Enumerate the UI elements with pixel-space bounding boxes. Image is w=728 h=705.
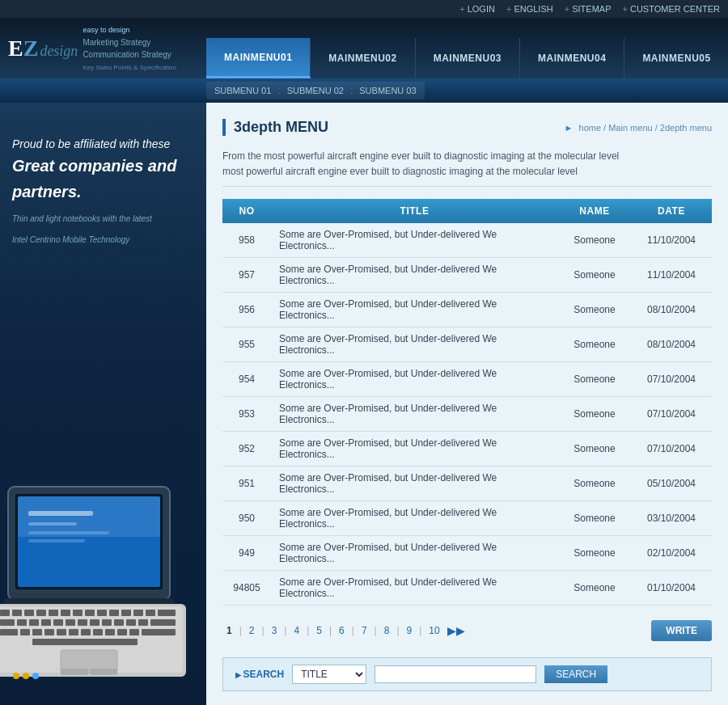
svg-rect-37 bbox=[150, 619, 176, 626]
svg-rect-43 bbox=[69, 629, 78, 635]
cell-date: 07/10/2004 bbox=[631, 397, 712, 432]
page-title: 3depth MENU bbox=[234, 119, 328, 136]
svg-point-54 bbox=[13, 673, 19, 679]
sidebar-line4: Intel Centrino Mobile Technology bbox=[12, 234, 194, 247]
cell-title: Some are Over-Promised, but Under-delive… bbox=[271, 223, 558, 258]
search-input[interactable] bbox=[375, 665, 536, 683]
page-header: 3depth MENU ► home / Main menu / 2depth … bbox=[222, 119, 712, 136]
page-desc2: most powerful aircraft engine ever built… bbox=[222, 164, 712, 179]
breadcrumb-arrow: ► bbox=[565, 123, 574, 133]
search-button[interactable]: SEARCH bbox=[544, 665, 607, 683]
logo-taglines: easy to design Marketing Strategy Commun… bbox=[83, 23, 176, 73]
table-row[interactable]: 950 Some are Over-Promised, but Under-de… bbox=[222, 501, 712, 536]
cell-date: 01/10/2004 bbox=[631, 571, 712, 606]
cell-name: Someone bbox=[558, 571, 631, 606]
cell-title: Some are Over-Promised, but Under-delive… bbox=[271, 432, 558, 466]
cell-title: Some are Over-Promised, but Under-delive… bbox=[271, 536, 558, 571]
svg-rect-3 bbox=[18, 496, 160, 537]
cell-date: 11/10/2004 bbox=[631, 223, 712, 258]
sidebar-line3: Thin and light notebooks with the latest bbox=[12, 213, 194, 226]
page-desc1: From the most powerful aircraft engine e… bbox=[222, 149, 712, 164]
page-number-6[interactable]: 6 bbox=[335, 623, 349, 638]
svg-rect-46 bbox=[105, 629, 115, 635]
search-bar: SEARCH TITLE NAME CONTENT SEARCH bbox=[222, 657, 712, 691]
sidebar-tagline: Proud to be affiliated with these Great … bbox=[0, 119, 206, 263]
customer-center-link[interactable]: CUSTOMER CENTER bbox=[622, 4, 720, 14]
table-row[interactable]: 952 Some are Over-Promised, but Under-de… bbox=[222, 432, 712, 466]
english-link[interactable]: ENGLISH bbox=[506, 4, 553, 14]
page-number-8[interactable]: 8 bbox=[380, 623, 394, 638]
write-button[interactable]: WRITE bbox=[651, 620, 712, 641]
svg-rect-7 bbox=[28, 539, 85, 542]
table-row[interactable]: 956 Some are Over-Promised, but Under-de… bbox=[222, 293, 712, 327]
table-row[interactable]: 951 Some are Over-Promised, but Under-de… bbox=[222, 466, 712, 501]
svg-rect-40 bbox=[32, 629, 42, 635]
svg-rect-22 bbox=[133, 610, 143, 616]
svg-rect-48 bbox=[129, 629, 139, 635]
sub-nav-03[interactable]: SUBMENU 03 bbox=[359, 86, 416, 95]
cell-date: 07/10/2004 bbox=[631, 362, 712, 397]
cell-date: 02/10/2004 bbox=[631, 536, 712, 571]
cell-name: Someone bbox=[558, 432, 631, 466]
logo-design: design bbox=[40, 43, 78, 60]
page-next-button[interactable]: ▶▶ bbox=[447, 624, 465, 637]
search-select[interactable]: TITLE NAME CONTENT bbox=[292, 665, 366, 684]
table-row[interactable]: 955 Some are Over-Promised, but Under-de… bbox=[222, 327, 712, 362]
search-label: SEARCH bbox=[235, 669, 284, 680]
svg-rect-41 bbox=[44, 629, 54, 635]
cell-no: 955 bbox=[222, 327, 271, 362]
sidebar-line1: Proud to be affiliated with these bbox=[12, 137, 170, 150]
table-row[interactable]: 958 Some are Over-Promised, but Under-de… bbox=[222, 223, 712, 258]
page-number-5[interactable]: 5 bbox=[312, 623, 326, 638]
page-number-7[interactable]: 7 bbox=[358, 623, 371, 638]
cell-title: Some are Over-Promised, but Under-delive… bbox=[271, 258, 558, 293]
logo-area: EZ design easy to design Marketing Strat… bbox=[0, 18, 206, 78]
svg-rect-31 bbox=[78, 619, 87, 626]
cell-no: 953 bbox=[222, 397, 271, 432]
sitemap-link[interactable]: SITEMAP bbox=[565, 4, 612, 14]
nav-mainmenu03[interactable]: MAINMENU03 bbox=[416, 38, 520, 78]
svg-rect-23 bbox=[146, 610, 155, 616]
cell-no: 954 bbox=[222, 362, 271, 397]
nav-mainmenu05[interactable]: MAINMENU05 bbox=[624, 38, 728, 78]
table-row[interactable]: 957 Some are Over-Promised, but Under-de… bbox=[222, 258, 712, 293]
svg-rect-11 bbox=[0, 610, 10, 616]
login-link[interactable]: LOGIN bbox=[459, 4, 495, 14]
cell-title: Some are Over-Promised, but Under-delive… bbox=[271, 501, 558, 536]
cell-date: 07/10/2004 bbox=[631, 432, 712, 466]
layout: Proud to be affiliated with these Great … bbox=[0, 103, 728, 705]
sub-nav-01[interactable]: SUBMENU 01 bbox=[214, 86, 271, 95]
page-number-1[interactable]: 1 bbox=[222, 623, 236, 638]
cell-no: 952 bbox=[222, 432, 271, 466]
table-row[interactable]: 953 Some are Over-Promised, but Under-de… bbox=[222, 397, 712, 432]
page-sep: | bbox=[419, 625, 421, 636]
nav-mainmenu01[interactable]: MAINMENU01 bbox=[206, 38, 311, 78]
svg-rect-4 bbox=[28, 511, 93, 516]
svg-rect-14 bbox=[36, 610, 46, 616]
svg-rect-33 bbox=[102, 619, 112, 626]
nav-mainmenu04[interactable]: MAINMENU04 bbox=[520, 38, 624, 78]
svg-rect-39 bbox=[20, 629, 30, 635]
page-number-10[interactable]: 10 bbox=[425, 623, 443, 638]
cell-no: 950 bbox=[222, 501, 271, 536]
page-number-2[interactable]: 2 bbox=[245, 623, 259, 638]
col-header-date: DATE bbox=[631, 199, 712, 223]
cell-date: 03/10/2004 bbox=[631, 501, 712, 536]
table-row[interactable]: 949 Some are Over-Promised, but Under-de… bbox=[222, 536, 712, 571]
table-row[interactable]: 954 Some are Over-Promised, but Under-de… bbox=[222, 362, 712, 397]
sub-nav-02[interactable]: SUBMENU 02 bbox=[287, 86, 344, 95]
sub-nav-sep2: : bbox=[350, 85, 353, 96]
cell-name: Someone bbox=[558, 501, 631, 536]
svg-rect-16 bbox=[61, 610, 70, 616]
page-number-9[interactable]: 9 bbox=[403, 623, 417, 638]
page-number-3[interactable]: 3 bbox=[268, 623, 281, 638]
header: EZ design easy to design Marketing Strat… bbox=[0, 18, 728, 78]
svg-rect-49 bbox=[142, 629, 176, 635]
cell-name: Someone bbox=[558, 466, 631, 501]
svg-rect-38 bbox=[0, 629, 18, 635]
nav-mainmenu02[interactable]: MAINMENU02 bbox=[311, 38, 415, 78]
table-row[interactable]: 94805 Some are Over-Promised, but Under-… bbox=[222, 571, 712, 606]
svg-rect-30 bbox=[66, 619, 75, 626]
cell-name: Someone bbox=[558, 293, 631, 327]
page-number-4[interactable]: 4 bbox=[290, 623, 303, 638]
